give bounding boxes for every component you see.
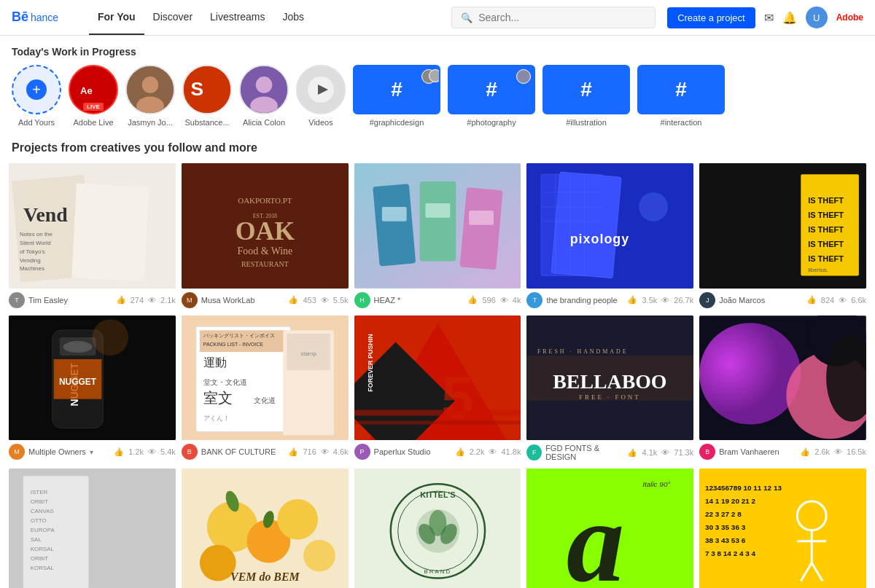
svg-text:EUROPA: EUROPA xyxy=(31,527,55,533)
svg-rect-30 xyxy=(419,181,456,261)
behance-logo[interactable]: Bē hance xyxy=(12,10,71,26)
projects-grid-row1: Vend Notes on the Silent World of Tokyo'… xyxy=(0,160,875,313)
svg-text:IS THEFT: IS THEFT xyxy=(808,225,844,234)
project-card[interactable]: pixology T the branding people 👍 3.5k 👁 xyxy=(526,163,693,310)
views-count: 4k xyxy=(513,296,521,305)
story-adobe-live[interactable]: Ae LIVE Adobe Live xyxy=(69,65,118,127)
views-count: 41.8k xyxy=(501,447,521,456)
project-card[interactable]: Vend Notes on the Silent World of Tokyo'… xyxy=(9,163,176,310)
stories-section: Today's Work in Progress + Add Yours Ae … xyxy=(0,36,875,133)
story-photography[interactable]: # #photography xyxy=(448,65,535,127)
views-count: 16.5k xyxy=(847,447,866,456)
story-add-label: Add Yours xyxy=(18,118,55,127)
story-illustration[interactable]: # #illustration xyxy=(542,65,630,127)
svg-point-106 xyxy=(277,499,318,540)
likes-count: 4.1k xyxy=(642,448,657,457)
author-name: HEAZ * xyxy=(374,296,401,305)
project-thumbnail: KITTEL'S BRAND xyxy=(354,469,521,588)
nav-jobs[interactable]: Jobs xyxy=(274,0,314,35)
story-graphicdesign[interactable]: # #graphicdesign xyxy=(353,65,440,127)
nav-livestreams[interactable]: Livestreams xyxy=(201,0,273,35)
search-input[interactable] xyxy=(478,12,646,23)
svg-text:NUGGET: NUGGET xyxy=(59,376,97,386)
project-stats: 👍 2.2k 👁 41.8k xyxy=(455,447,521,457)
views-count: 5.5k xyxy=(333,296,349,305)
svg-rect-34 xyxy=(469,211,494,225)
nav-discover[interactable]: Discover xyxy=(144,0,201,35)
project-thumbnail: OAKPORTO.PT EST. 2018 OAK Food & Wine RE… xyxy=(182,163,349,289)
author-name: the branding people xyxy=(546,296,617,305)
projects-grid-row2: NUGGET NUGGET M Multiple Owners ▾ 👍 1.2k… xyxy=(0,313,875,466)
user-avatar[interactable]: U xyxy=(806,7,828,28)
author-avatar: M xyxy=(9,444,25,460)
author-avatar: B xyxy=(699,444,715,460)
notification-icon[interactable]: 🔔 xyxy=(782,11,797,25)
likes-count: 1.2k xyxy=(128,447,144,456)
likes-icon: 👍 xyxy=(455,447,465,457)
story-substance[interactable]: S Substance... xyxy=(182,65,232,127)
story-photography-label: #photography xyxy=(467,118,516,127)
story-videos[interactable]: Videos xyxy=(296,65,346,127)
project-info: B Bram Vanhaeren 👍 2.6k 👁 16.5k xyxy=(699,440,866,461)
author-avatar: T xyxy=(9,292,25,308)
project-info: J João Marcos 👍 824 👁 6.6k xyxy=(699,289,866,310)
likes-icon: 👍 xyxy=(627,448,637,458)
project-card[interactable]: H HEAZ * 👍 596 👁 4k xyxy=(354,163,521,310)
views-icon: 👁 xyxy=(661,296,669,305)
author-avatar: M xyxy=(182,292,198,308)
views-icon: 👁 xyxy=(834,447,842,456)
svg-text:OAK: OAK xyxy=(235,216,295,246)
project-stats: 👍 1.2k 👁 5.4k xyxy=(114,447,176,457)
views-icon: 👁 xyxy=(148,296,156,305)
project-info: M Musa WorkLab 👍 453 👁 5.5k xyxy=(182,289,349,310)
story-add-yours[interactable]: + Add Yours xyxy=(12,65,61,127)
mail-icon[interactable]: ✉ xyxy=(764,11,774,25)
story-jasmyn[interactable]: Jasmyn Jo... xyxy=(125,65,175,127)
svg-text:RESTAURANT: RESTAURANT xyxy=(241,260,289,268)
project-card[interactable]: 123456789 10 11 12 13 14 1 19 20 21 2 22… xyxy=(699,469,866,588)
svg-text:IS THEFT: IS THEFT xyxy=(808,196,844,205)
svg-text:文化道: 文化道 xyxy=(254,396,276,404)
project-card[interactable]: IS THEFT IS THEFT IS THEFT IS THEFT IS T… xyxy=(699,163,866,310)
svg-rect-37 xyxy=(551,172,621,278)
nav-for-you[interactable]: For You xyxy=(89,0,144,35)
project-card[interactable]: ISTER ORBIT CANVAS OTTO EUROPA SAL KORSA… xyxy=(9,469,176,588)
story-interaction[interactable]: # #interaction xyxy=(637,65,725,127)
svg-text:OTTO: OTTO xyxy=(31,517,47,524)
views-count: 6.6k xyxy=(851,296,866,305)
views-count: 2.1k xyxy=(160,296,176,305)
project-card[interactable]: OAKPORTO.PT EST. 2018 OAK Food & Wine RE… xyxy=(182,163,349,310)
story-alicia[interactable]: Alicia Colon xyxy=(239,65,289,127)
project-card[interactable]: KITTEL'S BRAND xyxy=(354,469,521,588)
project-card[interactable]: FRESH · HANDMADE BELLABOO FREE · FONT F … xyxy=(526,315,693,463)
likes-icon: 👍 xyxy=(806,295,817,305)
svg-text:a: a xyxy=(567,478,625,588)
project-card[interactable]: a Italic 90° xyxy=(526,469,693,588)
create-project-button[interactable]: Create a project xyxy=(667,7,755,28)
project-info: P Paperlux Studio 👍 2.2k 👁 41.8k xyxy=(354,440,521,461)
story-graphicdesign-label: #graphicdesign xyxy=(370,118,424,127)
views-icon: 👁 xyxy=(321,447,329,456)
svg-rect-32 xyxy=(381,207,406,222)
project-card[interactable]: パッキングリスト・インボイス PACKING LIST - INVOICE 運動… xyxy=(182,315,349,463)
svg-text:123456789 10 11 12 13: 123456789 10 11 12 13 xyxy=(705,484,782,492)
svg-text:パッキングリスト・インボイス: パッキングリスト・インボイス xyxy=(203,333,275,338)
project-thumbnail xyxy=(354,163,521,289)
project-thumbnail xyxy=(699,315,866,441)
project-card[interactable]: 5 FOREVER PUSHIN P Paperlux Studio 👍 2.2… xyxy=(354,315,521,463)
views-count: 5.4k xyxy=(160,447,176,456)
project-thumbnail: ISTER ORBIT CANVAS OTTO EUROPA SAL KORSA… xyxy=(9,469,176,588)
stories-row: + Add Yours Ae LIVE Adobe Live Jasmyn Jo… xyxy=(12,65,863,127)
svg-rect-31 xyxy=(459,187,502,270)
svg-text:Vending: Vending xyxy=(20,257,41,264)
adobe-wordmark: Adobe xyxy=(836,12,863,23)
project-author: F FGD FONTS & DESIGN xyxy=(526,444,627,461)
project-card[interactable]: VEM do BEM xyxy=(182,469,349,588)
svg-text:IS THEFT: IS THEFT xyxy=(808,254,844,263)
svg-point-9 xyxy=(256,77,273,93)
svg-text:libertus.: libertus. xyxy=(808,267,828,273)
project-card[interactable]: B Bram Vanhaeren 👍 2.6k 👁 16.5k xyxy=(699,315,866,463)
views-icon: 👁 xyxy=(500,296,508,305)
project-info: T Tim Easley 👍 274 👁 2.1k xyxy=(9,289,176,310)
project-card[interactable]: NUGGET NUGGET M Multiple Owners ▾ 👍 1.2k… xyxy=(9,315,176,463)
